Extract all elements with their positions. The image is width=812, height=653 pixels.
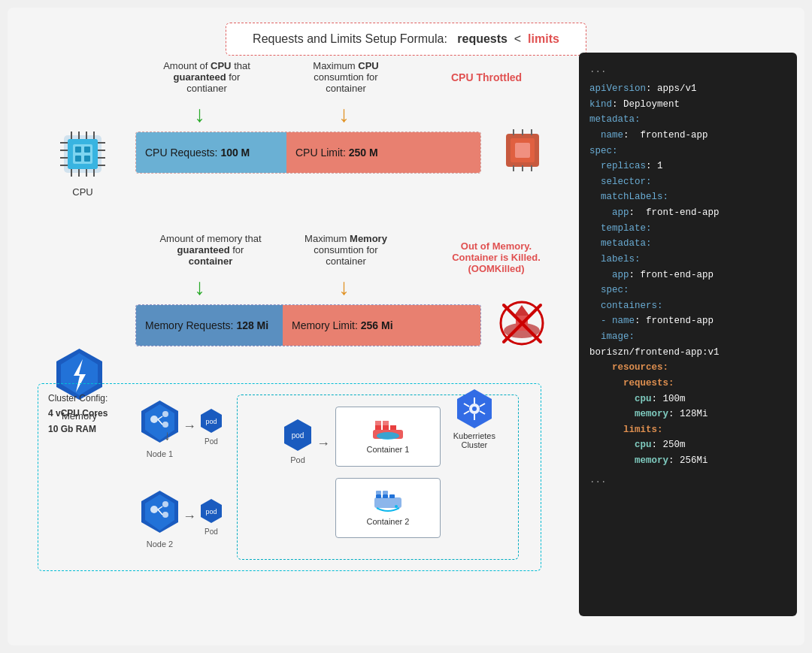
node1-to-pod1-arrow: → [183,419,196,434]
main-container: Requests and Limits Setup Formula: reque… [8,8,804,645]
container2-item: Container 2 [335,478,441,538]
cpu-request-bar: CPU Requests: 100 M [136,132,286,173]
code-line-16: - name: frontend-app [589,313,786,329]
cpu-ann-left: Amount of CPU thatguaranteed for contian… [158,60,256,94]
svg-rect-72 [383,425,389,430]
svg-text:pod: pod [205,508,217,515]
node2-hex-icon [139,488,180,535]
code-line-18: boriszn/frontend-app:v1 [589,345,786,361]
code-line-20: requests: [589,376,786,391]
code-line-14: spec: [589,283,786,298]
code-line-19: resources: [589,360,786,376]
cpu-status-text: CPU Throttled [451,71,522,83]
pod2-label: Pod [199,528,223,536]
code-line-2: kind: Deployment [589,97,786,113]
svg-point-43 [150,416,158,423]
svg-rect-22 [84,156,90,162]
cpu-label: CPU [56,186,109,198]
cpu-limit-bar: CPU Limit: 250 M [286,132,480,173]
oomkilled-icon [498,299,547,351]
code-dots-top: ... [589,65,786,75]
code-line-4: name: frontend-app [589,128,786,144]
code-line-17: image: [589,329,786,345]
node1-label: Node 1 [139,449,180,458]
pod1-area: pod Pod [199,407,223,446]
svg-point-53 [162,501,168,507]
code-line-9: app: front-end-app [589,205,786,221]
svg-point-44 [162,411,168,417]
mem-ann-right: Maximum Memoryconsumtion for container [293,233,398,267]
mem-orange-arrow: ↓ [338,274,350,300]
mem-green-arrow: ↓ [194,274,205,300]
code-line-10: template: [589,221,786,237]
svg-rect-81 [376,491,381,494]
memory-request-bar: Memory Requests: 128 Mi [136,305,283,346]
svg-marker-37 [514,305,529,316]
svg-point-54 [162,512,168,518]
formula-lt: < [514,32,521,45]
k8s-cluster-label2: Cluster [453,440,495,449]
container1-docker-icon [373,419,403,442]
container2-label: Container 2 [367,517,410,526]
code-line-15: containers: [589,298,786,314]
node1-area: Node 1 [139,398,180,458]
svg-rect-73 [390,425,396,430]
svg-point-61 [472,407,477,411]
k8s-cluster-label1: Kuberrietes [453,431,495,440]
code-line-1: apiVersion: apps/v1 [589,81,786,97]
k8s-label: Kuberrietes Cluster [453,388,495,449]
svg-rect-19 [75,147,81,153]
mem-ann-left: Amount of memory thatguaranteed for cont… [154,233,267,267]
svg-rect-74 [375,421,381,425]
node2-label: Node 2 [139,540,180,549]
code-line-25: memory: 256Mi [589,453,786,469]
node2-to-pod2-arrow: → [183,509,196,525]
pod2-icon: pod [199,497,223,525]
pod-top-label: Pod [283,455,313,464]
svg-rect-80 [389,494,395,498]
code-line-21: cpu: 100m [589,391,786,407]
formula-requests: requests [457,32,508,45]
svg-text:pod: pod [205,418,217,425]
svg-point-83 [395,505,398,508]
code-panel: ... apiVersion: apps/v1 kind: Deployment… [579,53,797,616]
title-box: Requests and Limits Setup Formula: reque… [226,23,586,56]
svg-point-76 [377,432,399,440]
pod-top-area: pod Pod [283,418,313,464]
svg-point-52 [150,506,158,513]
svg-rect-75 [383,421,389,425]
diagram-area: CPU Amount of CPU thatguaranteed for con… [23,60,571,631]
formula-limits: limits [528,32,559,45]
pod2-area: pod Pod [199,497,223,536]
title-text: Requests and Limits Setup Formula: [253,32,447,45]
node2-area: Node 2 [139,488,180,549]
code-line-23: limits: [589,422,786,438]
code-line-12: labels: [589,252,786,268]
code-line-7: selector: [589,174,786,190]
mem-status-text: Out of Memory.Container is Killed.(OOMKi… [447,240,545,274]
code-line-6: replicas: 1 [589,159,786,174]
code-line-22: memory: 128Mi [589,407,786,422]
cluster-config-label: Cluster Config: 4 vCPU Cores 10 Gb RAM [48,391,108,437]
svg-rect-20 [84,147,90,153]
cpu-bar-container: CPU Requests: 100 M CPU Limit: 250 M [135,132,481,174]
pod-top-icon: pod [283,418,313,452]
svg-text:pod: pod [292,431,304,440]
pod1-icon: pod [199,407,223,434]
svg-rect-78 [376,494,381,498]
cluster-section: Cluster Config: 4 vCPU Cores 10 Gb RAM N… [38,383,541,571]
container1-item: Container 1 [335,407,441,467]
code-line-24: cpu: 250m [589,437,786,453]
cpu-ann-right: Maximum CPUconsumtion for container [293,60,398,94]
code-line-3: metadata: [589,112,786,128]
k8s-cluster-icon [456,388,493,430]
cpu-throttled-icon [500,128,545,176]
pod-to-containers-arrow: → [317,436,330,452]
svg-rect-71 [375,425,381,430]
pod1-label: Pod [199,437,223,446]
code-line-8: matchLabels: [589,189,786,205]
container1-label: Container 1 [367,445,410,454]
code-line-5: spec: [589,144,786,159]
cpu-green-arrow: ↓ [194,101,205,127]
cpu-chip-icon [56,128,109,180]
